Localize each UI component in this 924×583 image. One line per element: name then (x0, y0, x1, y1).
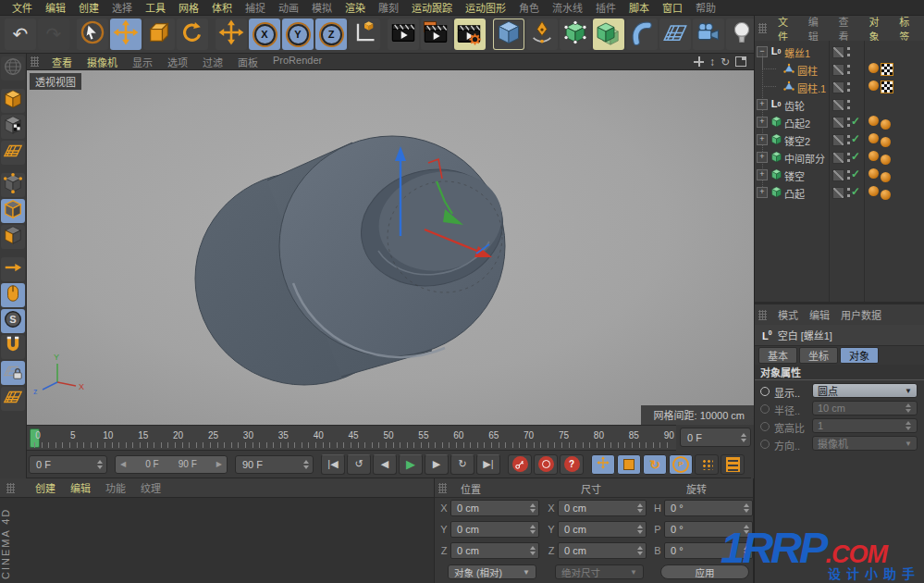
object-row-3[interactable]: +L0齿轮 (755, 95, 924, 113)
move-tool-button[interactable] (110, 19, 142, 50)
rotate-tool-button[interactable] (177, 19, 208, 50)
spinner-arrows-icon[interactable] (904, 403, 912, 413)
end-frame-field[interactable]: 90 F (235, 455, 314, 474)
apply-button[interactable]: 应用 (660, 564, 749, 579)
lock-y-axis-button[interactable]: Y (282, 19, 314, 50)
points-mode-icon[interactable] (1, 173, 25, 197)
zoom-icon[interactable]: ↕ (709, 56, 715, 68)
snap-settings-icon[interactable] (1, 309, 25, 333)
menubar-item-4[interactable]: 工具 (139, 0, 172, 15)
menubar-item-0[interactable]: 文件 (6, 0, 39, 15)
phong-tag-icon[interactable] (881, 172, 891, 182)
viewport-canvas[interactable]: Y X z 透视视图 网格间距: 10000 cm (27, 70, 754, 425)
enabled-check-icon[interactable]: ✓ (851, 132, 860, 145)
enabled-check-icon[interactable]: ✓ (851, 150, 860, 163)
drag-handle-icon[interactable] (438, 483, 447, 493)
texture-tag-icon[interactable] (881, 63, 893, 76)
viewport-menu-item-4[interactable]: 过滤 (195, 55, 230, 69)
attribute-dropdown[interactable]: 圆点▼ (812, 383, 918, 398)
phong-tag-icon[interactable] (881, 155, 891, 165)
add-spline-button[interactable] (526, 19, 558, 50)
preview-range-slider[interactable]: ◀ 0 F 90 F ▶ (115, 455, 228, 474)
attribute-menu-item-1[interactable]: 编辑 (804, 307, 835, 322)
spinner-arrows-icon[interactable] (742, 546, 750, 555)
menubar-item-15[interactable]: 流水线 (546, 0, 589, 15)
maximize-view-icon[interactable] (735, 56, 746, 67)
menubar-item-5[interactable]: 网格 (172, 0, 205, 15)
menubar-item-16[interactable]: 插件 (589, 0, 622, 15)
coordinate-field-h-2[interactable]: 0 ° (664, 500, 753, 516)
viewport-menu-item-3[interactable]: 选项 (160, 55, 195, 69)
coordinate-field-b-2[interactable]: 0 ° (664, 542, 753, 559)
viewport-menu-item-0[interactable]: 查看 (44, 55, 80, 69)
material-menu-item-3[interactable]: 纹理 (133, 480, 168, 495)
expand-toggle-icon[interactable]: + (757, 187, 768, 198)
phong-tag-icon[interactable] (869, 168, 879, 179)
object-manager-menu-item-4[interactable]: 标签 (893, 14, 924, 43)
redo-button[interactable]: ↷ (38, 19, 69, 50)
menubar-item-19[interactable]: 帮助 (689, 0, 722, 15)
play-cycle-button[interactable]: ↻ (450, 454, 474, 475)
add-light-button[interactable] (726, 19, 758, 50)
enabled-check-icon[interactable]: ✓ (851, 167, 860, 180)
spinner-arrows-icon[interactable] (635, 546, 644, 555)
phong-tag-icon[interactable] (869, 81, 879, 91)
tab-0[interactable]: 基本 (758, 347, 797, 364)
material-menu-item-2[interactable]: 功能 (98, 480, 133, 495)
add-primitive-button[interactable] (493, 19, 524, 50)
rotate-view-icon[interactable]: ↻ (721, 56, 730, 68)
add-generator-button[interactable] (593, 19, 624, 50)
model-mode-icon[interactable] (1, 89, 25, 113)
attribute-menu-item-0[interactable]: 模式 (772, 307, 804, 322)
phong-tag-icon[interactable] (869, 133, 879, 143)
menubar-item-11[interactable]: 雕刻 (372, 0, 405, 15)
animation-dot-icon[interactable] (760, 404, 770, 414)
expand-toggle-icon[interactable]: + (757, 117, 768, 128)
add-floor-button[interactable] (659, 19, 691, 50)
range-right-arrow-icon[interactable]: ▶ (216, 460, 222, 468)
undo-button[interactable]: ↶ (5, 19, 36, 50)
next-frame-button[interactable]: ▶ (425, 454, 449, 475)
play-reverse-button[interactable]: ↺ (347, 454, 371, 475)
viewport-navigation-icon[interactable] (1, 283, 25, 307)
key-position-toggle[interactable] (591, 454, 615, 475)
drag-handle-icon[interactable] (758, 23, 767, 33)
spinner-arrows-icon[interactable] (904, 421, 912, 430)
visibility-dots-icon[interactable] (846, 64, 851, 75)
edges-mode-icon[interactable] (1, 199, 25, 223)
pan-icon[interactable] (694, 56, 704, 67)
drag-handle-icon[interactable] (758, 310, 767, 320)
object-row-6[interactable]: +中间部分✓ (755, 148, 924, 166)
object-row-0[interactable]: −L0螺丝1 (755, 43, 924, 60)
texture-tag-icon[interactable] (881, 81, 893, 93)
spinner-arrows-icon[interactable] (528, 546, 536, 555)
animation-dot-icon[interactable] (760, 440, 770, 449)
range-left-arrow-icon[interactable]: ◀ (120, 460, 126, 468)
visibility-dots-icon[interactable] (846, 99, 851, 110)
visibility-dots-icon[interactable] (846, 46, 851, 57)
texture-mode-icon[interactable] (1, 115, 25, 139)
expand-toggle-icon[interactable]: + (757, 134, 768, 145)
add-subdivision-surface-button[interactable] (560, 19, 591, 50)
coordinate-field-z-1[interactable]: 0 cm (558, 542, 647, 559)
viewport-menu-item-5[interactable]: 面板 (230, 55, 265, 69)
workplane-lock-icon[interactable] (1, 361, 25, 385)
object-row-5[interactable]: +镂空2✓ (755, 130, 924, 148)
coordinate-field-x-1[interactable]: 0 cm (558, 500, 647, 516)
key-rotation-toggle[interactable]: ↻ (643, 454, 667, 475)
object-manager-menu-item-3[interactable]: 对象 (863, 14, 893, 43)
render-view-button[interactable] (388, 19, 419, 50)
attribute-spinner[interactable]: 10 cm (812, 401, 918, 416)
menubar-item-2[interactable]: 创建 (72, 0, 105, 15)
layer-toggle-icon[interactable] (832, 134, 844, 146)
attribute-spinner[interactable]: 1 (812, 418, 918, 433)
layer-toggle-icon[interactable] (832, 46, 844, 58)
enable-snap-icon[interactable] (1, 335, 25, 359)
phong-tag-icon[interactable] (869, 186, 879, 196)
viewport-menu-item-2[interactable]: 显示 (125, 55, 160, 69)
tab-1[interactable]: 坐标 (799, 347, 838, 364)
record-keyframe-button[interactable] (508, 454, 532, 475)
add-camera-button[interactable] (693, 19, 724, 50)
coordinate-system-button[interactable] (349, 19, 380, 50)
phong-tag-icon[interactable] (869, 151, 879, 161)
